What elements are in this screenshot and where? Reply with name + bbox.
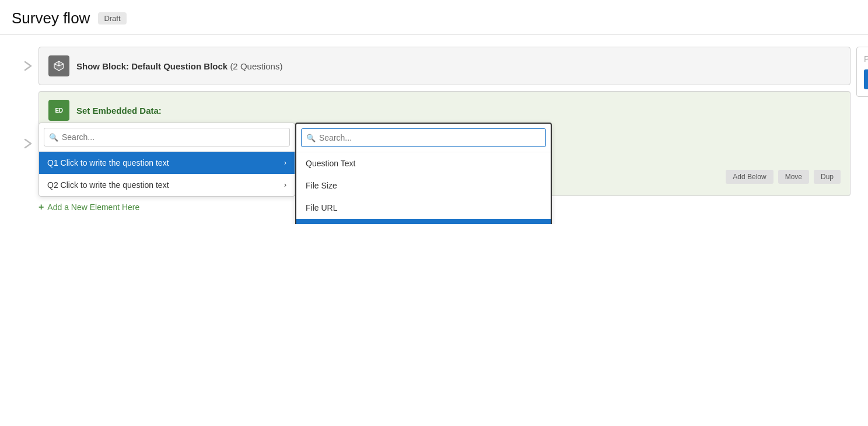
pipe-text-header: Pipe text from a... Delete [864,54,868,64]
embedded-header: ED Set Embedded Data: [48,100,841,121]
embedded-data-row: ED Set Embedded Data: NameOfFile = ${q:/… [18,91,850,196]
add-below-button[interactable]: Add Below [726,170,773,184]
main-content: Show Block: Default Question Block (2 Qu… [0,35,868,224]
show-block-title: Show Block: Default Question Block (2 Qu… [76,61,282,71]
file-name-item[interactable]: File Name [296,219,551,224]
page-header: Survey flow Draft [0,0,868,35]
page-title: Survey flow [12,9,90,27]
q2-item[interactable]: Q2 Click to write the question text › [39,174,295,196]
sub-search-wrapper: 🔍 [296,124,551,152]
embedded-data-title: Set Embedded Data: [76,106,162,116]
q1-chevron-icon: › [284,159,286,167]
show-block-row: Show Block: Default Question Block (2 Qu… [18,47,850,85]
q-search-input[interactable] [44,128,290,146]
pipe-text-placeholder: Pipe text from a... [864,54,868,64]
move-button[interactable]: Move [778,170,809,184]
question-text-item[interactable]: Question Text [296,152,551,174]
block-arrow-2 [18,91,38,196]
file-size-item[interactable]: File Size [296,174,551,197]
duplicate-button[interactable]: Dup [814,170,841,184]
add-element-link[interactable]: Add a New Element Here [47,202,139,212]
sub-search-input[interactable] [301,128,546,147]
embedded-data-icon: ED [48,100,69,121]
q1-item[interactable]: Q1 Click to write the question text › [39,152,295,174]
block-arrow-1 [18,47,38,85]
q-dropdown: 🔍 Q1 Click to write the question text › … [38,123,295,197]
survey-question-button[interactable]: Survey Question › [864,69,868,89]
q-search-icon: 🔍 [49,133,58,142]
pipe-text-panel: Pipe text from a... Delete Survey Questi… [856,47,868,97]
q-search-box: 🔍 [39,123,295,152]
show-block-card[interactable]: Show Block: Default Question Block (2 Qu… [38,47,850,85]
file-url-item[interactable]: File URL [296,197,551,219]
q2-chevron-icon: › [284,181,286,189]
sub-dropdown: 🔍 Question Text File Size File URL File … [295,123,552,224]
sub-search-icon: 🔍 [306,134,316,142]
add-element-icon: + [38,202,44,212]
q-search-wrapper: 🔍 [44,128,290,146]
show-block-icon [48,55,69,76]
draft-badge: Draft [98,12,126,25]
